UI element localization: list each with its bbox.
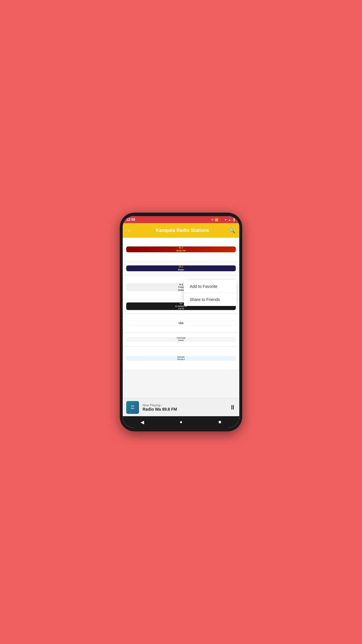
phone-screen: 12:58 ⟳ 📶 🚫 ▼ ▲ 🔋 ← Kampala Radio Statio… (123, 216, 239, 428)
search-button[interactable]: 🔍 (229, 227, 235, 234)
back-button[interactable]: ← (127, 227, 133, 234)
status-bar: 12:58 ⟳ 📶 🚫 ▼ ▲ 🔋 (123, 216, 239, 223)
sim-icon: 📶 (215, 218, 218, 221)
battery-icon: 🔋 (232, 218, 236, 221)
status-time: 12:58 (126, 218, 135, 222)
add-to-favorite-button[interactable]: Add to Favorite (184, 280, 236, 293)
now-playing-bar: RW89.8 Now Playing : Radio Wa 89.8 FM ⏸ (123, 398, 239, 416)
phone-shell: 12:58 ⟳ 📶 🚫 ▼ ▲ 🔋 ← Kampala Radio Statio… (120, 213, 242, 431)
nav-home-button[interactable]: ● (175, 418, 187, 426)
signal-icon: ▲ (228, 218, 231, 221)
page-title: Kampala Radio Stations (136, 228, 229, 233)
now-playing-station-name: Radio Wa 89.8 FM (143, 407, 229, 412)
nav-bar: ◀ ● ■ (123, 416, 239, 428)
status-icons: ⟳ 📶 🚫 ▼ ▲ 🔋 (211, 218, 236, 221)
sync-icon: ⟳ (211, 218, 214, 221)
now-playing-info: Now Playing : Radio Wa 89.8 FM (143, 403, 229, 412)
nav-recent-button[interactable]: ■ (214, 418, 226, 426)
context-menu-overlay[interactable] (123, 238, 239, 398)
block-icon: 🚫 (219, 218, 223, 221)
wifi-icon: ▼ (224, 218, 227, 221)
content-area: 92.7BOB FM 92.7 Bob FM live 88.2Sanyu Sa… (123, 238, 239, 398)
now-playing-label: Now Playing : (143, 403, 229, 407)
app-bar: ← Kampala Radio Stations 🔍 (123, 223, 239, 238)
share-to-friends-button[interactable]: Share to Friends (184, 293, 236, 306)
now-playing-logo: RW89.8 (126, 401, 139, 414)
context-menu: Add to Favorite Share to Friends (184, 280, 236, 306)
nav-back-button[interactable]: ◀ (136, 418, 148, 426)
pause-button[interactable]: ⏸ (229, 404, 236, 411)
